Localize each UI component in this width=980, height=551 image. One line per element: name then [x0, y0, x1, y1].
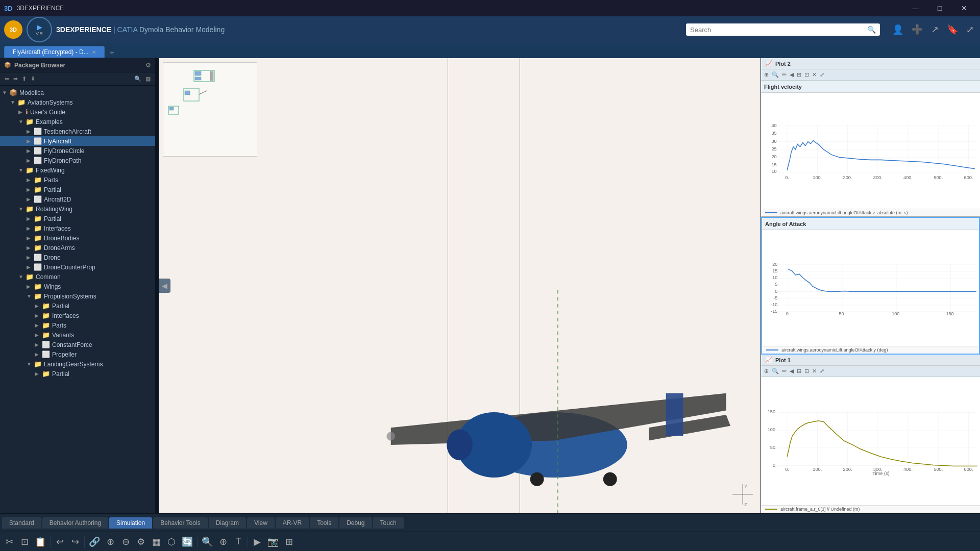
tree-expander-propulsionsystems[interactable]: ▼	[27, 293, 34, 299]
tree-expander-rw_partial[interactable]: ▶	[27, 216, 34, 221]
plot1-zoom-btn[interactable]: 🔍	[771, 367, 780, 375]
plot1-copy-btn[interactable]: ⊡	[803, 367, 810, 375]
expand-icon-btn[interactable]: ⤢	[964, 22, 976, 37]
bottom-tab-touch[interactable]: Touch	[373, 517, 404, 529]
action-btn-5[interactable]: ⚙	[134, 535, 148, 549]
bottom-tab-simulation[interactable]: Simulation	[109, 517, 152, 529]
tree-expander-rotatingwing[interactable]: ▼	[18, 206, 26, 212]
tree-expander-fixedwing_parts[interactable]: ▶	[27, 177, 34, 183]
tree-expander-usersguide[interactable]: ▶	[18, 109, 26, 115]
tree-search-btn[interactable]: 🔍	[133, 75, 143, 83]
action-btn-copy[interactable]: ⊡	[17, 535, 32, 549]
minimize-button[interactable]: —	[903, 0, 927, 16]
tree-item-drone[interactable]: ▶⬜Drone	[0, 253, 155, 262]
tree-item-fixedwing_parts[interactable]: ▶📁Parts	[0, 175, 155, 185]
tree-expander-landinggearsystems[interactable]: ▼	[27, 361, 34, 367]
plot1-cursor-btn[interactable]: ⊕	[763, 367, 770, 375]
close-button[interactable]: ✕	[952, 0, 976, 16]
tree-item-flydronecircle[interactable]: ▶⬜FlyDroneCircle	[0, 146, 155, 156]
action-btn-ungroup[interactable]: ⊖	[118, 535, 133, 549]
plot2-x-btn[interactable]: ✕	[811, 71, 818, 79]
plot2-zoom-btn[interactable]: 🔍	[771, 71, 780, 79]
tree-item-modelica[interactable]: ▼📦Modelica	[0, 88, 155, 97]
bottom-tab-ar-vr[interactable]: AR-VR	[276, 517, 309, 529]
tree-expander-rw_interfaces[interactable]: ▶	[27, 226, 34, 231]
tree-item-usersguide[interactable]: ▶ℹUser's Guide	[0, 107, 155, 117]
maximize-button[interactable]: □	[928, 0, 951, 16]
action-btn-8[interactable]: 🔄	[180, 535, 195, 549]
tree-item-lgs_partial[interactable]: ▶📁Partial	[0, 369, 155, 379]
tree-item-common[interactable]: ▼📁Common	[0, 272, 155, 282]
tree-expander-dronecounterprop[interactable]: ▶	[27, 264, 34, 270]
plot1-expand-btn[interactable]: ⤢	[819, 367, 825, 375]
bottom-tab-diagram[interactable]: Diagram	[209, 517, 246, 529]
plot1-fit-btn[interactable]: ⊞	[796, 367, 802, 375]
plot1-back-btn[interactable]: ◀	[789, 367, 795, 375]
plot2-expand-btn[interactable]: ⤢	[819, 71, 825, 79]
tree-expander-fixedwing[interactable]: ▼	[18, 167, 26, 173]
tree-item-aviationsystems[interactable]: ▼📁AviationSystems	[0, 97, 155, 107]
action-btn-redo[interactable]: ↪	[68, 535, 82, 549]
tree-expander-drone[interactable]: ▶	[27, 255, 34, 260]
tree-item-propulsionsystems[interactable]: ▼📁PropulsionSystems	[0, 291, 155, 301]
active-tab[interactable]: FlyAircraft (Encrypted) - D... ✕	[4, 46, 105, 58]
tree-expander-constantforce[interactable]: ▶	[35, 342, 42, 347]
plot1-pencil-btn[interactable]: ✏	[781, 367, 788, 375]
tree-item-rw_interfaces[interactable]: ▶📁Interfaces	[0, 223, 155, 233]
bottom-tab-tools[interactable]: Tools	[310, 517, 338, 529]
tree-item-ps_partial[interactable]: ▶📁Partial	[0, 301, 155, 311]
action-btn-undo[interactable]: ↩	[53, 535, 67, 549]
tree-item-dronebodies[interactable]: ▶📁DroneBodies	[0, 233, 155, 243]
tree-expander-modelica[interactable]: ▼	[2, 90, 9, 95]
tree-expander-dronebodies[interactable]: ▶	[27, 235, 34, 241]
tree-expander-aviationsystems[interactable]: ▼	[10, 99, 17, 105]
tree-expander-testbenchaircraft[interactable]: ▶	[27, 129, 34, 134]
tree-expander-ps_partial[interactable]: ▶	[35, 303, 42, 309]
add-icon-btn[interactable]: ➕	[910, 22, 925, 37]
tree-filter-btn[interactable]: ▦	[144, 75, 152, 83]
tree-expander-fixedwing_partial[interactable]: ▶	[27, 187, 34, 192]
tree-item-ps_interfaces[interactable]: ▶📁Interfaces	[0, 311, 155, 320]
tree-expander-ps_interfaces[interactable]: ▶	[35, 313, 42, 318]
tree-expander-dronearms[interactable]: ▶	[27, 245, 34, 251]
tree-item-fixedwing[interactable]: ▼📁FixedWing	[0, 165, 155, 175]
action-btn-magnify[interactable]: ⊕	[216, 535, 230, 549]
action-btn-grid[interactable]: ⊞	[282, 535, 296, 549]
bottom-tab-behavior-authoring[interactable]: Behavior Authoring	[42, 517, 108, 529]
plot2-copy-btn[interactable]: ⊡	[803, 71, 810, 79]
tree-nav-btn-1[interactable]: ⬅	[3, 75, 11, 83]
tree-item-ps_parts[interactable]: ▶📁Parts	[0, 320, 155, 330]
tree-item-aircraft2d[interactable]: ▶⬜Aircraft2D	[0, 194, 155, 204]
tree-item-rotatingwing[interactable]: ▼📁RotatingWing	[0, 204, 155, 214]
action-btn-7[interactable]: ⬡	[164, 535, 179, 549]
action-btn-sim[interactable]: ▶	[250, 535, 264, 549]
plot2-pencil-btn[interactable]: ✏	[781, 71, 788, 79]
bottom-tab-standard[interactable]: Standard	[2, 517, 41, 529]
action-btn-photo[interactable]: 📷	[265, 535, 281, 549]
diagram-area[interactable]: ◀ Z Y	[159, 58, 761, 513]
play-button[interactable]: ▶ V.R	[27, 17, 52, 42]
tree-item-flydronepath[interactable]: ▶⬜FlyDronePath	[0, 156, 155, 165]
action-btn-zoom-in[interactable]: 🔍	[200, 535, 215, 549]
plot2-fit-btn[interactable]: ⊞	[796, 71, 802, 79]
edge-toggle-btn[interactable]: ◀	[161, 281, 168, 291]
tree-item-flyaircraft[interactable]: ▶⬜FlyAircraft	[0, 136, 155, 146]
tree-item-landinggearsystems[interactable]: ▼📁LandingGearSystems	[0, 359, 155, 369]
tree-expander-propeller[interactable]: ▶	[35, 352, 42, 357]
tree-item-wings[interactable]: ▶📁Wings	[0, 282, 155, 291]
tree-item-propeller[interactable]: ▶⬜Propeller	[0, 349, 155, 359]
bottom-tab-behavior-tools[interactable]: Behavior Tools	[153, 517, 208, 529]
action-btn-group[interactable]: ⊕	[103, 535, 117, 549]
tree-expander-flydronepath[interactable]: ▶	[27, 158, 34, 163]
tree-item-testbenchaircraft[interactable]: ▶⬜TestbenchAircraft	[0, 127, 155, 136]
bottom-tab-debug[interactable]: Debug	[339, 517, 372, 529]
tree-item-ps_variants[interactable]: ▶📁Variants	[0, 330, 155, 340]
tree-item-rw_partial[interactable]: ▶📁Partial	[0, 214, 155, 223]
action-btn-connect[interactable]: 🔗	[87, 535, 102, 549]
search-input[interactable]	[690, 26, 863, 34]
plot2-cursor-btn[interactable]: ⊕	[763, 71, 770, 79]
tree-item-fixedwing_partial[interactable]: ▶📁Partial	[0, 185, 155, 194]
plot1-x-btn[interactable]: ✕	[811, 367, 818, 375]
action-btn-text[interactable]: T	[231, 535, 246, 549]
tree-expander-common[interactable]: ▼	[18, 274, 26, 280]
